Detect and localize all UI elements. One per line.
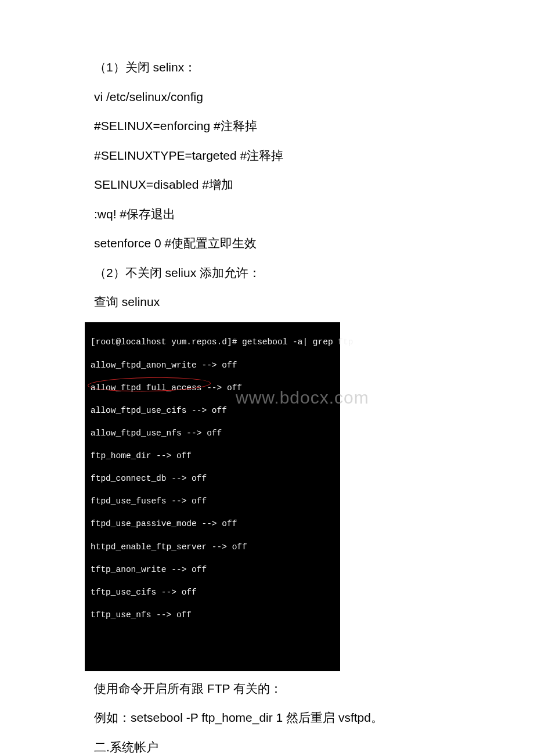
paragraph: vi /etc/selinux/config: [70, 88, 464, 107]
paragraph: （2）不关闭 seliux 添加允许：: [70, 264, 464, 283]
paragraph: 查询 selinux: [70, 293, 464, 312]
terminal-line: allow_ftpd_use_nfs --> off: [91, 428, 334, 440]
paragraph: SELINUX=disabled #增加: [70, 175, 464, 195]
paragraph: 二.系统帐户: [70, 738, 464, 756]
paragraph: #SELINUXTYPE=targeted #注释掉: [70, 146, 464, 165]
paragraph: :wq! #保存退出: [70, 205, 464, 224]
terminal-line: ftp_home_dir --> off: [91, 451, 334, 462]
paragraph: setenforce 0 #使配置立即生效: [70, 234, 464, 253]
terminal-line: [root@localhost yum.repos.d]# getsebool …: [91, 337, 334, 348]
paragraph: 使用命令开启所有跟 FTP 有关的：: [70, 679, 464, 699]
terminal-line: ftpd_use_passive_mode --> off: [91, 519, 334, 530]
terminal-line: ftpd_connect_db --> off: [91, 473, 334, 485]
terminal-line: allow_ftpd_full_access --> off: [91, 383, 334, 394]
terminal-line: allow_ftpd_use_cifs --> off: [91, 405, 334, 417]
paragraph: 例如：setsebool -P ftp_home_dir 1 然后重启 vsft…: [70, 708, 464, 728]
terminal-line: httpd_enable_ftp_server --> off: [91, 542, 334, 553]
terminal-line: ftpd_use_fusefs --> off: [91, 496, 334, 507]
terminal-line: allow_ftpd_anon_write --> off: [91, 360, 334, 372]
terminal-line: tftp_use_cifs --> off: [91, 587, 334, 599]
paragraph: #SELINUX=enforcing #注释掉: [70, 117, 464, 136]
document-page: （1）关闭 selinx： vi /etc/selinux/config #SE…: [0, 0, 534, 756]
terminal-line: tftp_use_nfs --> off: [91, 610, 334, 621]
terminal-screenshot: [root@localhost yum.repos.d]# getsebool …: [85, 322, 340, 671]
paragraph: （1）关闭 selinx：: [70, 58, 464, 77]
terminal-line: tftp_anon_write --> off: [91, 564, 334, 576]
